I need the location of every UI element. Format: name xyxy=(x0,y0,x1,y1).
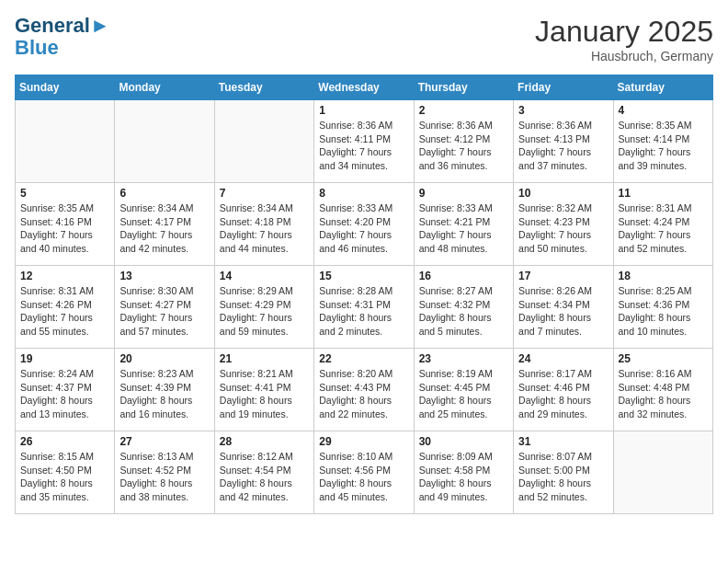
calendar-day-16: 16Sunrise: 8:27 AM Sunset: 4:32 PM Dayli… xyxy=(414,266,513,349)
calendar-day-1: 1Sunrise: 8:36 AM Sunset: 4:11 PM Daylig… xyxy=(314,100,414,183)
calendar-empty-cell xyxy=(214,100,313,183)
calendar-day-5: 5Sunrise: 8:35 AM Sunset: 4:16 PM Daylig… xyxy=(16,183,115,266)
calendar-day-10: 10Sunrise: 8:32 AM Sunset: 4:23 PM Dayli… xyxy=(514,183,613,266)
logo-blue: Blue xyxy=(15,37,110,59)
day-info: Sunrise: 8:23 AM Sunset: 4:39 PM Dayligh… xyxy=(119,367,209,421)
day-info: Sunrise: 8:16 AM Sunset: 4:48 PM Dayligh… xyxy=(619,367,708,421)
day-info: Sunrise: 8:24 AM Sunset: 4:37 PM Dayligh… xyxy=(20,367,109,421)
calendar-day-31: 31Sunrise: 8:07 AM Sunset: 5:00 PM Dayli… xyxy=(514,431,613,514)
calendar-empty-cell xyxy=(613,431,712,514)
day-info: Sunrise: 8:35 AM Sunset: 4:16 PM Dayligh… xyxy=(20,201,109,256)
day-number: 1 xyxy=(319,104,408,117)
calendar-day-23: 23Sunrise: 8:19 AM Sunset: 4:45 PM Dayli… xyxy=(414,349,513,431)
calendar-empty-cell xyxy=(115,100,214,183)
day-info: Sunrise: 8:30 AM Sunset: 4:27 PM Dayligh… xyxy=(119,284,209,339)
calendar-day-15: 15Sunrise: 8:28 AM Sunset: 4:31 PM Dayli… xyxy=(314,266,414,349)
calendar-day-17: 17Sunrise: 8:26 AM Sunset: 4:34 PM Dayli… xyxy=(514,266,613,349)
day-info: Sunrise: 8:12 AM Sunset: 4:54 PM Dayligh… xyxy=(220,450,309,504)
day-number: 25 xyxy=(619,352,708,365)
day-info: Sunrise: 8:15 AM Sunset: 4:50 PM Dayligh… xyxy=(20,450,109,504)
day-number: 18 xyxy=(619,270,708,282)
calendar-week-row: 19Sunrise: 8:24 AM Sunset: 4:37 PM Dayli… xyxy=(16,349,713,431)
calendar-day-24: 24Sunrise: 8:17 AM Sunset: 4:46 PM Dayli… xyxy=(514,349,613,431)
calendar-week-row: 5Sunrise: 8:35 AM Sunset: 4:16 PM Daylig… xyxy=(16,183,713,266)
day-info: Sunrise: 8:26 AM Sunset: 4:34 PM Dayligh… xyxy=(518,284,608,339)
page-header: General► Blue January 2025 Hausbruch, Ge… xyxy=(15,15,713,63)
day-number: 7 xyxy=(220,187,309,200)
calendar-empty-cell xyxy=(16,100,115,183)
day-info: Sunrise: 8:36 AM Sunset: 4:11 PM Dayligh… xyxy=(319,119,408,173)
logo-text: General► xyxy=(15,15,110,37)
calendar-day-26: 26Sunrise: 8:15 AM Sunset: 4:50 PM Dayli… xyxy=(16,431,115,514)
calendar-day-4: 4Sunrise: 8:35 AM Sunset: 4:14 PM Daylig… xyxy=(613,100,712,183)
calendar-week-row: 12Sunrise: 8:31 AM Sunset: 4:26 PM Dayli… xyxy=(16,266,713,349)
weekday-header-friday: Friday xyxy=(514,75,613,100)
calendar-day-28: 28Sunrise: 8:12 AM Sunset: 4:54 PM Dayli… xyxy=(214,431,313,514)
day-info: Sunrise: 8:35 AM Sunset: 4:14 PM Dayligh… xyxy=(619,119,708,173)
day-number: 8 xyxy=(319,187,408,200)
calendar-day-18: 18Sunrise: 8:25 AM Sunset: 4:36 PM Dayli… xyxy=(613,266,712,349)
calendar-day-2: 2Sunrise: 8:36 AM Sunset: 4:12 PM Daylig… xyxy=(414,100,513,183)
day-number: 12 xyxy=(20,270,109,282)
calendar-day-22: 22Sunrise: 8:20 AM Sunset: 4:43 PM Dayli… xyxy=(314,349,414,431)
calendar-week-row: 1Sunrise: 8:36 AM Sunset: 4:11 PM Daylig… xyxy=(16,100,713,183)
day-info: Sunrise: 8:09 AM Sunset: 4:58 PM Dayligh… xyxy=(419,450,508,504)
calendar-day-27: 27Sunrise: 8:13 AM Sunset: 4:52 PM Dayli… xyxy=(115,431,214,514)
day-number: 23 xyxy=(419,352,508,365)
day-info: Sunrise: 8:28 AM Sunset: 4:31 PM Dayligh… xyxy=(319,284,408,339)
calendar-week-row: 26Sunrise: 8:15 AM Sunset: 4:50 PM Dayli… xyxy=(16,431,713,514)
day-number: 24 xyxy=(518,352,608,365)
calendar-day-13: 13Sunrise: 8:30 AM Sunset: 4:27 PM Dayli… xyxy=(115,266,214,349)
day-number: 17 xyxy=(518,270,608,282)
calendar-day-6: 6Sunrise: 8:34 AM Sunset: 4:17 PM Daylig… xyxy=(115,183,214,266)
day-info: Sunrise: 8:31 AM Sunset: 4:24 PM Dayligh… xyxy=(619,201,708,256)
day-info: Sunrise: 8:25 AM Sunset: 4:36 PM Dayligh… xyxy=(619,284,708,339)
day-number: 19 xyxy=(20,352,109,365)
day-number: 5 xyxy=(20,187,109,200)
calendar-table: SundayMondayTuesdayWednesdayThursdayFrid… xyxy=(15,75,713,514)
weekday-header-tuesday: Tuesday xyxy=(214,75,313,100)
day-number: 9 xyxy=(419,187,508,200)
day-number: 11 xyxy=(619,187,708,200)
day-info: Sunrise: 8:34 AM Sunset: 4:17 PM Dayligh… xyxy=(119,201,209,256)
weekday-header-sunday: Sunday xyxy=(16,75,115,100)
calendar-day-11: 11Sunrise: 8:31 AM Sunset: 4:24 PM Dayli… xyxy=(613,183,712,266)
day-info: Sunrise: 8:34 AM Sunset: 4:18 PM Dayligh… xyxy=(220,201,309,256)
day-info: Sunrise: 8:36 AM Sunset: 4:12 PM Dayligh… xyxy=(419,119,508,173)
day-info: Sunrise: 8:10 AM Sunset: 4:56 PM Dayligh… xyxy=(319,450,408,504)
day-info: Sunrise: 8:33 AM Sunset: 4:21 PM Dayligh… xyxy=(419,201,508,256)
day-number: 14 xyxy=(220,270,309,282)
day-number: 31 xyxy=(518,435,608,448)
weekday-header-monday: Monday xyxy=(115,75,214,100)
day-number: 28 xyxy=(220,435,309,448)
day-info: Sunrise: 8:33 AM Sunset: 4:20 PM Dayligh… xyxy=(319,201,408,256)
day-number: 29 xyxy=(319,435,408,448)
day-number: 3 xyxy=(518,104,608,117)
title-area: January 2025 Hausbruch, Germany xyxy=(535,15,713,63)
calendar-day-9: 9Sunrise: 8:33 AM Sunset: 4:21 PM Daylig… xyxy=(414,183,513,266)
day-number: 27 xyxy=(119,435,209,448)
calendar-day-30: 30Sunrise: 8:09 AM Sunset: 4:58 PM Dayli… xyxy=(414,431,513,514)
day-info: Sunrise: 8:27 AM Sunset: 4:32 PM Dayligh… xyxy=(419,284,508,339)
month-title: January 2025 xyxy=(535,15,713,49)
day-info: Sunrise: 8:36 AM Sunset: 4:13 PM Dayligh… xyxy=(518,119,608,173)
day-number: 10 xyxy=(518,187,608,200)
day-number: 22 xyxy=(319,352,408,365)
calendar-day-21: 21Sunrise: 8:21 AM Sunset: 4:41 PM Dayli… xyxy=(214,349,313,431)
day-number: 21 xyxy=(220,352,309,365)
day-info: Sunrise: 8:17 AM Sunset: 4:46 PM Dayligh… xyxy=(518,367,608,421)
day-info: Sunrise: 8:19 AM Sunset: 4:45 PM Dayligh… xyxy=(419,367,508,421)
calendar-day-14: 14Sunrise: 8:29 AM Sunset: 4:29 PM Dayli… xyxy=(214,266,313,349)
day-number: 6 xyxy=(119,187,209,200)
calendar-day-12: 12Sunrise: 8:31 AM Sunset: 4:26 PM Dayli… xyxy=(16,266,115,349)
day-info: Sunrise: 8:07 AM Sunset: 5:00 PM Dayligh… xyxy=(518,450,608,504)
weekday-header-thursday: Thursday xyxy=(414,75,513,100)
day-number: 4 xyxy=(619,104,708,117)
logo: General► Blue xyxy=(15,15,110,59)
day-number: 20 xyxy=(119,352,209,365)
day-info: Sunrise: 8:21 AM Sunset: 4:41 PM Dayligh… xyxy=(220,367,309,421)
day-number: 30 xyxy=(419,435,508,448)
day-number: 2 xyxy=(419,104,508,117)
calendar-header-row: SundayMondayTuesdayWednesdayThursdayFrid… xyxy=(16,75,713,100)
day-number: 16 xyxy=(419,270,508,282)
